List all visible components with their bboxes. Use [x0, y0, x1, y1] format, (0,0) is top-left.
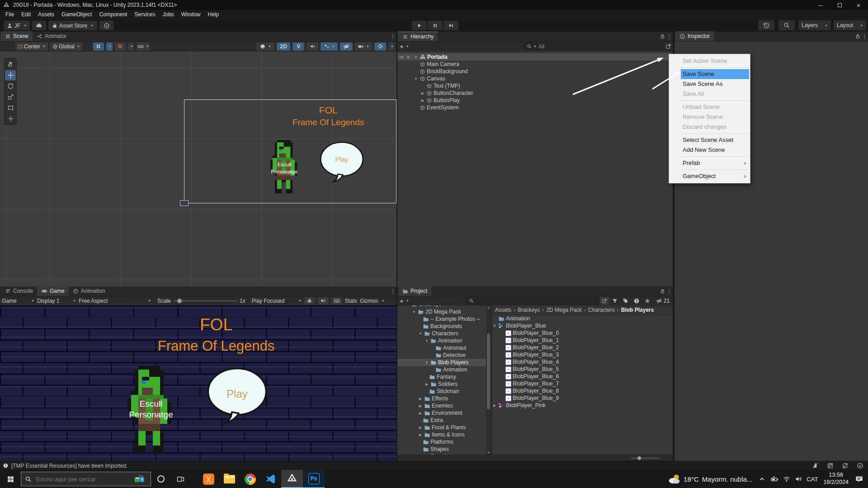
hierarchy-item[interactable]: EventSystem	[397, 104, 673, 111]
effects-dropdown[interactable]: ▼	[321, 42, 338, 51]
wifi-icon[interactable]	[783, 475, 790, 483]
character-button-label[interactable]: Escull Personatge	[268, 161, 301, 175]
expander-icon[interactable]: ▼	[414, 77, 418, 81]
gizmos-dropdown[interactable]: ▼	[388, 42, 395, 51]
layout-dropdown[interactable]: Layout▼	[834, 20, 866, 30]
search-input[interactable]	[35, 475, 130, 483]
search-by-label-icon[interactable]	[623, 298, 629, 304]
file-item-sprite[interactable]: BlobPlayer_Blue_7	[492, 380, 673, 387]
pause-button[interactable]	[428, 21, 443, 30]
hierarchy-item-scene[interactable]: ▼ Portada	[397, 53, 673, 61]
cloud-button[interactable]	[32, 21, 46, 30]
tree-item[interactable]: ▶ Environment	[397, 409, 491, 417]
draw-mode-dropdown[interactable]: ▼	[256, 42, 274, 51]
hidden-icons-chevron[interactable]	[759, 476, 765, 483]
project-search-field[interactable]	[465, 297, 599, 305]
task-view-button[interactable]	[171, 470, 190, 488]
game-menu-icon[interactable]: ⋮	[389, 288, 396, 295]
asset-store-button[interactable]: Asset Store▼	[48, 21, 97, 30]
tree-item[interactable]: Shapes	[397, 446, 491, 453]
tree-item[interactable]: Fantasy	[397, 373, 491, 380]
add-gameobject-button[interactable]: + ▼	[400, 42, 409, 50]
minimize-button[interactable]: —	[813, 0, 828, 10]
tree-item[interactable]: Stickman	[397, 388, 491, 395]
file-item-sprite[interactable]: BlobPlayer_Blue_0	[492, 329, 673, 337]
search-by-type-icon[interactable]	[612, 298, 618, 304]
breadcrumb-brackeys[interactable]: Brackeys	[518, 307, 540, 313]
rect-tool[interactable]	[5, 103, 16, 113]
hierarchy-menu-icon[interactable]: ⋮	[665, 33, 673, 40]
search-by-import-log-icon[interactable]	[633, 298, 640, 304]
grid-visibility-button[interactable]	[93, 42, 104, 51]
input-button[interactable]	[331, 297, 342, 305]
step-button[interactable]	[443, 21, 458, 30]
clock[interactable]: 13:56 19/2/2024	[823, 472, 849, 486]
maximize-button[interactable]	[832, 0, 847, 10]
expander-icon[interactable]: ▶	[418, 433, 423, 437]
snap-settings-dropdown[interactable]: ▼	[128, 42, 134, 51]
lock-icon[interactable]	[660, 288, 665, 294]
lock-icon[interactable]	[855, 33, 861, 39]
notification-center-icon[interactable]	[855, 475, 863, 483]
tab-animation[interactable]: Animation	[69, 286, 109, 296]
tab-hierarchy[interactable]: Hierarchy	[398, 32, 438, 41]
file-item-folder[interactable]: Animation	[492, 315, 673, 322]
menu-item-gameobject[interactable]: GameObject›	[669, 171, 750, 181]
tree-item[interactable]: ▼ Brackeys	[397, 305, 491, 308]
taskbar-weather[interactable]: 18°C Mayorm. nubla...	[668, 473, 752, 485]
tab-animator[interactable]: Animator	[33, 31, 71, 41]
taskbar-app-photoshop[interactable]: Ps	[303, 470, 325, 488]
transform-tool[interactable]	[5, 113, 16, 124]
auto-refresh-disabled-icon[interactable]	[842, 462, 849, 469]
menu-assets[interactable]: Assets	[34, 10, 58, 19]
tree-item[interactable]: ▼ Characters	[397, 330, 491, 337]
menu-file[interactable]: File	[2, 10, 18, 19]
tree-item[interactable]: ▼ 2D Mega Pack	[397, 308, 491, 315]
menu-item-save-scene[interactable]: Save Scene	[681, 69, 749, 79]
hierarchy-item[interactable]: Main Camera	[397, 61, 673, 68]
gizmos-toggle[interactable]	[374, 42, 386, 51]
file-item-sprite[interactable]: BlobPlayer_Blue_9	[492, 394, 673, 402]
scale-tool[interactable]	[5, 92, 16, 102]
favorites-icon[interactable]	[644, 298, 651, 304]
display-mode-dropdown[interactable]: Game▼	[2, 298, 34, 304]
file-item-sprite[interactable]: BlobPlayer_Blue_1	[492, 337, 673, 344]
play-button-label[interactable]: Play	[319, 155, 365, 163]
taskbar-app-chrome[interactable]	[240, 470, 260, 488]
tab-game[interactable]: Game	[37, 286, 69, 296]
tool-handle-position-dropdown[interactable]: Center▼	[15, 42, 48, 51]
add-asset-button[interactable]: + ▼	[400, 297, 409, 305]
play-button[interactable]	[412, 21, 427, 30]
inspector-menu-icon[interactable]: ⋮	[861, 33, 868, 40]
menu-item-save-scene-as[interactable]: Save Scene As	[669, 79, 750, 89]
tree-item[interactable]: ▶ Enemies	[397, 402, 491, 409]
snap-increment-button[interactable]: ▼	[137, 42, 150, 51]
icon-size-knob[interactable]	[637, 456, 641, 460]
menu-jobs[interactable]: Jobs	[159, 10, 177, 19]
game-gizmos-dropdown[interactable]: Gizmos▼	[360, 298, 385, 304]
tree-item[interactable]: Extra	[397, 417, 491, 424]
tree-item[interactable]: ▶ Items & Icons	[397, 431, 491, 438]
eye-icon[interactable]	[399, 54, 405, 60]
bing-daily-image[interactable]	[133, 473, 147, 485]
play-button-label[interactable]: Play	[204, 388, 270, 400]
expander-icon[interactable]: ▶	[418, 404, 423, 408]
hierarchy-item[interactable]: ▶ ButtonPlay	[397, 97, 673, 104]
tab-console[interactable]: Console	[1, 286, 37, 296]
volume-icon[interactable]	[795, 475, 802, 483]
open-search-window-button[interactable]	[600, 297, 609, 305]
scroll-up-icon[interactable]: ▲	[487, 306, 490, 309]
taskbar-app-vscode[interactable]	[260, 470, 281, 488]
status-message[interactable]: [TMP Essential Resources] have been impo…	[11, 463, 127, 469]
layers-dropdown[interactable]: Layers▼	[798, 20, 831, 30]
start-button[interactable]	[0, 470, 21, 488]
expander-icon[interactable]: ▶	[418, 397, 423, 401]
scale-slider[interactable]	[174, 300, 237, 301]
expander-icon[interactable]: ▼	[492, 324, 497, 328]
expander-icon[interactable]: ▶	[418, 411, 423, 415]
tree-item[interactable]: ▼ Animation	[397, 337, 491, 344]
rotate-tool[interactable]	[5, 81, 16, 91]
account-button[interactable]: JF▼	[4, 21, 30, 30]
menu-gameobject[interactable]: GameObject	[58, 10, 95, 19]
expander-icon[interactable]: ▼	[425, 361, 429, 365]
